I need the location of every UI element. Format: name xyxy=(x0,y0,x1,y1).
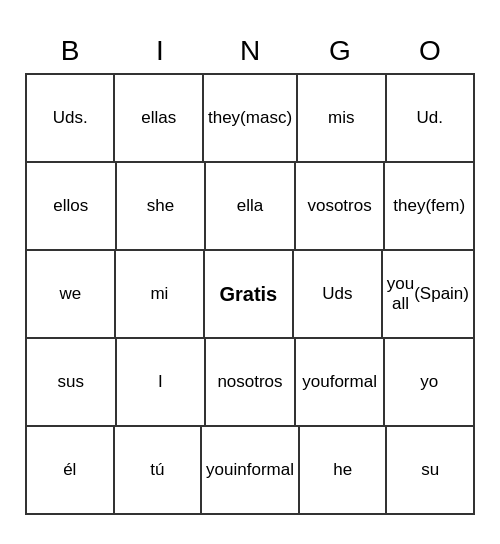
bingo-grid: Uds.ellasthey(masc)misUd.ellossheellavos… xyxy=(25,73,475,515)
header-letter-i: I xyxy=(115,29,205,73)
bingo-cell-4-3: he xyxy=(300,427,388,515)
bingo-row-0: Uds.ellasthey(masc)misUd. xyxy=(27,75,475,163)
bingo-cell-1-1: she xyxy=(117,163,207,251)
bingo-row-3: susInosotrosyouformalyo xyxy=(27,339,475,427)
bingo-cell-0-1: ellas xyxy=(115,75,203,163)
header-letter-o: O xyxy=(385,29,475,73)
bingo-cell-1-2: ella xyxy=(206,163,296,251)
bingo-cell-4-4: su xyxy=(387,427,475,515)
bingo-cell-1-4: they(fem) xyxy=(385,163,475,251)
bingo-row-2: wemiGratisUdsyou all(Spain) xyxy=(27,251,475,339)
bingo-cell-4-0: él xyxy=(27,427,115,515)
bingo-cell-2-0: we xyxy=(27,251,116,339)
bingo-cell-4-2: youinformal xyxy=(202,427,300,515)
bingo-cell-0-2: they(masc) xyxy=(204,75,298,163)
bingo-cell-2-4: you all(Spain) xyxy=(383,251,475,339)
bingo-header: BINGO xyxy=(25,29,475,73)
bingo-cell-3-4: yo xyxy=(385,339,475,427)
bingo-cell-0-4: Ud. xyxy=(387,75,475,163)
bingo-cell-3-3: youformal xyxy=(296,339,386,427)
bingo-cell-2-3: Uds xyxy=(294,251,383,339)
bingo-cell-0-3: mis xyxy=(298,75,386,163)
header-letter-b: B xyxy=(25,29,115,73)
header-letter-n: N xyxy=(205,29,295,73)
bingo-cell-3-2: nosotros xyxy=(206,339,296,427)
bingo-cell-2-2: Gratis xyxy=(205,251,294,339)
bingo-cell-1-0: ellos xyxy=(27,163,117,251)
bingo-card: BINGO Uds.ellasthey(masc)misUd.ellosshee… xyxy=(15,19,485,525)
bingo-cell-3-0: sus xyxy=(27,339,117,427)
bingo-cell-0-0: Uds. xyxy=(27,75,115,163)
bingo-cell-1-3: vosotros xyxy=(296,163,386,251)
bingo-row-1: ellossheellavosotrosthey(fem) xyxy=(27,163,475,251)
header-letter-g: G xyxy=(295,29,385,73)
bingo-cell-4-1: tú xyxy=(115,427,203,515)
bingo-cell-2-1: mi xyxy=(116,251,205,339)
bingo-cell-3-1: I xyxy=(117,339,207,427)
bingo-row-4: éltúyouinformalhesu xyxy=(27,427,475,515)
